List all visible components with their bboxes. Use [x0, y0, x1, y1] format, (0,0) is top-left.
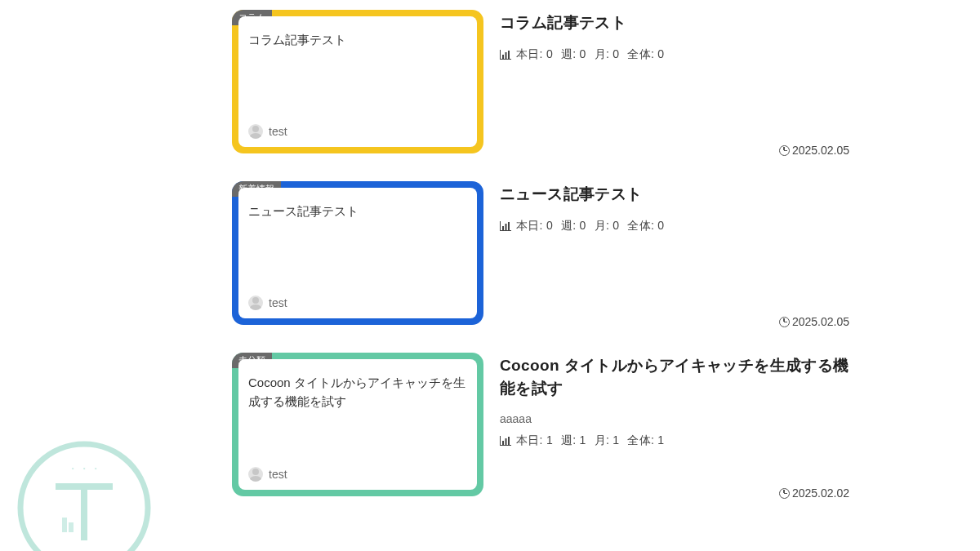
stat-week-value: 0	[580, 219, 586, 232]
svg-rect-13	[506, 438, 507, 445]
thumbnail-author: test	[248, 124, 287, 139]
stat-week-value: 0	[580, 47, 586, 60]
stat-today-value: 0	[546, 47, 553, 60]
post-body: コラム記事テスト 本日: 0 週: 0 月: 0 全体: 0 2025.02.0…	[483, 10, 849, 153]
post-stats: 本日: 1 週: 1 月: 1 全体: 1	[500, 433, 849, 448]
stat-today-label: 本日:	[516, 433, 543, 447]
svg-rect-9	[508, 222, 510, 230]
clock-icon	[779, 317, 790, 327]
post-thumbnail[interactable]: コラム コラム記事テスト test	[232, 10, 483, 153]
thumbnail-author: test	[248, 467, 287, 482]
stat-today-value: 1	[546, 433, 553, 447]
stat-today-label: 本日:	[516, 219, 543, 232]
avatar-icon	[248, 124, 263, 139]
stat-total-label: 全体:	[627, 47, 654, 60]
svg-rect-8	[506, 224, 507, 230]
svg-rect-19	[62, 518, 67, 532]
thumbnail-title: Cocoon タイトルからアイキャッチを生成する機能を試す	[248, 371, 467, 411]
thumbnail-title: ニュース記事テスト	[248, 199, 467, 221]
thumbnail-inner: ニュース記事テスト test	[238, 188, 477, 318]
bar-chart-icon	[500, 50, 511, 60]
bar-chart-icon	[500, 221, 511, 231]
stat-total-label: 全体:	[627, 433, 654, 447]
svg-rect-1	[500, 50, 501, 60]
svg-rect-7	[502, 226, 504, 230]
post-date-text: 2025.02.02	[792, 487, 849, 500]
svg-rect-14	[508, 437, 510, 445]
stat-total-value: 0	[657, 219, 664, 232]
stat-week-label: 週:	[561, 47, 576, 60]
svg-rect-2	[502, 55, 504, 59]
stat-month-label: 月:	[595, 433, 609, 447]
post-body: Cocoon タイトルからアイキャッチを生成する機能を試す aaaaa 本日: …	[483, 353, 849, 496]
clock-icon	[779, 488, 790, 499]
stat-month-label: 月:	[595, 219, 609, 232]
post-thumbnail[interactable]: 未分類 Cocoon タイトルからアイキャッチを生成する機能を試す test	[232, 353, 483, 496]
post-stats: 本日: 0 週: 0 月: 0 全体: 0	[500, 47, 849, 62]
post-date-text: 2025.02.05	[792, 144, 849, 157]
post-title[interactable]: コラム記事テスト	[500, 11, 849, 34]
author-name: test	[269, 296, 287, 309]
stat-month-label: 月:	[595, 47, 609, 60]
stat-today-value: 0	[546, 219, 553, 232]
thumbnail-author: test	[248, 295, 287, 310]
post-thumbnail[interactable]: 新着情報 ニュース記事テスト test	[232, 181, 483, 325]
bar-chart-icon	[500, 436, 511, 446]
avatar-icon	[248, 295, 263, 310]
post-list: コラム コラム記事テスト test コラム記事テスト 本日: 0 週: 0 月:…	[0, 0, 849, 496]
stat-total-value: 1	[657, 433, 664, 447]
post-item[interactable]: 未分類 Cocoon タイトルからアイキャッチを生成する機能を試す test C…	[232, 353, 849, 496]
post-date-text: 2025.02.05	[792, 315, 849, 328]
author-name: test	[269, 468, 287, 481]
post-title[interactable]: Cocoon タイトルからアイキャッチを生成する機能を試す	[500, 354, 849, 399]
author-name: test	[269, 125, 287, 138]
thumbnail-inner: Cocoon タイトルからアイキャッチを生成する機能を試す test	[238, 359, 477, 490]
post-date: 2025.02.05	[779, 315, 849, 328]
avatar-icon	[248, 467, 263, 482]
post-body: ニュース記事テスト 本日: 0 週: 0 月: 0 全体: 0 2025.02.…	[483, 181, 849, 325]
clock-icon	[779, 145, 790, 156]
svg-rect-20	[69, 522, 74, 532]
stat-month-value: 0	[612, 47, 619, 60]
stat-month-value: 0	[612, 219, 619, 232]
svg-rect-6	[500, 221, 501, 231]
svg-rect-3	[506, 52, 507, 59]
post-date: 2025.02.02	[779, 487, 849, 500]
svg-rect-12	[502, 441, 504, 445]
svg-rect-5	[500, 230, 511, 231]
thumbnail-inner: コラム記事テスト test	[238, 16, 477, 147]
svg-rect-11	[500, 436, 501, 446]
svg-rect-10	[500, 445, 511, 446]
post-item[interactable]: 新着情報 ニュース記事テスト test ニュース記事テスト 本日: 0 週: 0…	[232, 181, 849, 325]
post-excerpt: aaaaa	[500, 412, 849, 425]
post-title[interactable]: ニュース記事テスト	[500, 183, 849, 206]
stat-total-value: 0	[657, 47, 664, 60]
post-item[interactable]: コラム コラム記事テスト test コラム記事テスト 本日: 0 週: 0 月:…	[232, 10, 849, 153]
post-date: 2025.02.05	[779, 144, 849, 157]
stat-week-value: 1	[580, 433, 586, 447]
svg-rect-4	[508, 51, 510, 59]
stat-week-label: 週:	[561, 219, 576, 232]
stat-total-label: 全体:	[627, 219, 654, 232]
svg-rect-0	[500, 59, 511, 60]
stat-today-label: 本日:	[516, 47, 543, 60]
stat-month-value: 1	[612, 433, 619, 447]
thumbnail-title: コラム記事テスト	[248, 28, 467, 50]
stat-week-label: 週:	[561, 433, 576, 447]
post-stats: 本日: 0 週: 0 月: 0 全体: 0	[500, 219, 849, 233]
